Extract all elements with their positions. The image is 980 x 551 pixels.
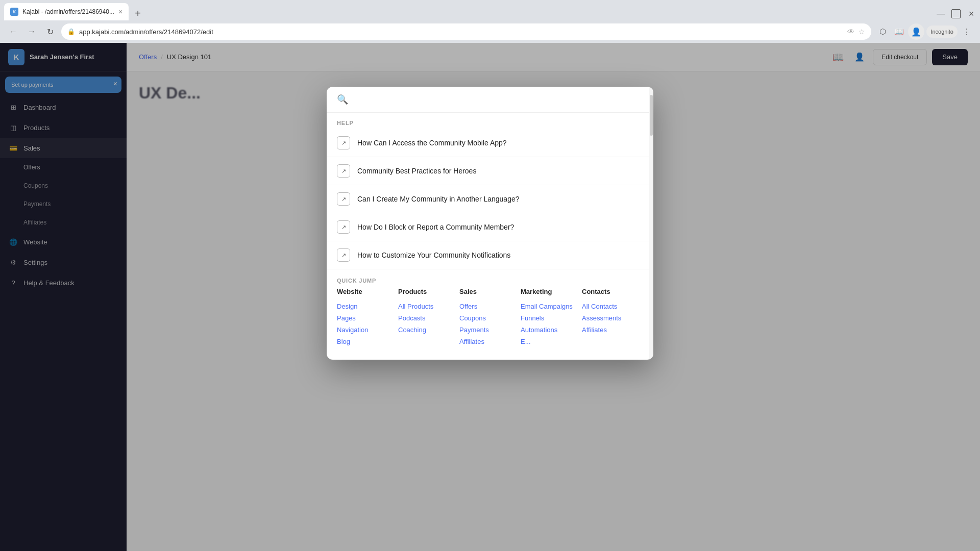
help-item-text: Community Best Practices for Heroes (357, 167, 476, 175)
scrollbar-track (649, 87, 653, 360)
quick-jump-header: Website (337, 288, 398, 295)
modal-search-icon: 🔍 (337, 94, 348, 105)
quick-jump-header: Marketing (521, 288, 582, 295)
help-item-text: Can I Create My Community in Another Lan… (357, 195, 520, 203)
quick-jump-link-all-contacts[interactable]: All Contacts (582, 300, 643, 312)
external-link-icon: ↗ (337, 248, 350, 262)
quick-jump-header: Products (398, 288, 459, 295)
quick-jump-link-offers[interactable]: Offers (459, 300, 521, 312)
bookmark-manager-icon[interactable]: 📖 (892, 24, 906, 39)
quick-jump-link-coupons[interactable]: Coupons (459, 312, 521, 324)
profile-icon[interactable]: 👤 (908, 23, 924, 40)
browser-tab[interactable]: K Kajabi - /admin/offers/21486940... × (4, 3, 129, 20)
modal-search-input[interactable] (354, 95, 643, 104)
back-button[interactable]: ← (6, 24, 20, 39)
quick-jump-link-assessments[interactable]: Assessments (582, 312, 643, 324)
quick-jump-col-products: Products All Products Podcasts Coaching (398, 288, 459, 347)
modal-scroll-area: HELP ↗ How Can I Access the Community Mo… (327, 113, 653, 360)
quick-jump-link-payments[interactable]: Payments (459, 324, 521, 336)
external-link-icon: ↗ (337, 220, 350, 234)
minimize-button[interactable]: — (936, 9, 945, 18)
bookmark-icon[interactable]: ☆ (859, 28, 865, 36)
quick-jump-link-design[interactable]: Design (337, 300, 398, 312)
help-section-label: HELP (327, 113, 653, 129)
quick-jump-link-navigation[interactable]: Navigation (337, 324, 398, 336)
help-item-text: How Can I Access the Community Mobile Ap… (357, 139, 507, 147)
quick-jump-link-blog[interactable]: Blog (337, 336, 398, 347)
incognito-badge[interactable]: Incognito (926, 26, 958, 38)
quick-jump-col-contacts: Contacts All Contacts Assessments Affili… (582, 288, 643, 347)
forward-button[interactable]: → (24, 24, 39, 39)
new-tab-button[interactable]: + (131, 6, 145, 20)
quick-jump-link-coaching[interactable]: Coaching (398, 324, 459, 336)
external-link-icon: ↗ (337, 136, 350, 149)
url-display: app.kajabi.com/admin/offers/2148694072/e… (79, 28, 843, 36)
quick-jump-header: Contacts (582, 288, 643, 295)
external-link-icon: ↗ (337, 192, 350, 206)
help-item[interactable]: ↗ How to Customize Your Community Notifi… (327, 241, 653, 269)
modal-search-bar: 🔍 (327, 87, 653, 113)
help-item-text: How to Customize Your Community Notifica… (357, 251, 510, 259)
tab-title: Kajabi - /admin/offers/21486940... (22, 8, 114, 15)
maximize-button[interactable] (951, 9, 961, 18)
more-menu-icon[interactable]: ⋮ (960, 24, 974, 39)
help-item[interactable]: ↗ How Can I Access the Community Mobile … (327, 129, 653, 157)
eye-off-icon: 👁 (847, 28, 854, 36)
quick-jump-link-podcasts[interactable]: Podcasts (398, 312, 459, 324)
quick-jump-col-marketing: Marketing Email Campaigns Funnels Automa… (521, 288, 582, 347)
quick-jump-link-contacts-affiliates[interactable]: Affiliates (582, 324, 643, 336)
scrollbar-thumb[interactable] (650, 95, 653, 136)
help-item[interactable]: ↗ How Do I Block or Report a Community M… (327, 213, 653, 241)
quick-jump-header: Sales (459, 288, 521, 295)
quick-jump-section-label: QUICK JUMP (327, 269, 653, 288)
help-item-text: How Do I Block or Report a Community Mem… (357, 223, 514, 231)
help-item[interactable]: ↗ Can I Create My Community in Another L… (327, 185, 653, 213)
quick-jump-link-email-campaigns[interactable]: Email Campaigns (521, 300, 582, 312)
quick-jump-col-sales: Sales Offers Coupons Payments Affiliates (459, 288, 521, 347)
close-button[interactable]: × (967, 9, 976, 18)
address-bar[interactable]: 🔒 app.kajabi.com/admin/offers/2148694072… (61, 23, 871, 40)
help-items-list: ↗ How Can I Access the Community Mobile … (327, 129, 653, 269)
help-modal: 🔍 HELP ↗ How Can I Access the Community … (327, 87, 653, 360)
tab-close-icon[interactable]: × (118, 8, 122, 16)
quick-jump-col-website: Website Design Pages Navigation Blog (337, 288, 398, 347)
quick-jump-link-all-products[interactable]: All Products (398, 300, 459, 312)
quick-jump-link-automations[interactable]: Automations (521, 324, 582, 336)
quick-jump-grid: Website Design Pages Navigation Blog Pro… (327, 288, 653, 360)
tab-favicon: K (10, 8, 18, 16)
quick-jump-link-funnels[interactable]: Funnels (521, 312, 582, 324)
reload-button[interactable]: ↻ (43, 24, 57, 39)
help-item[interactable]: ↗ Community Best Practices for Heroes (327, 157, 653, 185)
quick-jump-link-events[interactable]: E... (521, 336, 582, 347)
extensions-icon[interactable]: ⬡ (875, 24, 890, 39)
lock-icon: 🔒 (67, 28, 75, 35)
quick-jump-link-pages[interactable]: Pages (337, 312, 398, 324)
external-link-icon: ↗ (337, 164, 350, 178)
quick-jump-link-affiliates[interactable]: Affiliates (459, 336, 521, 347)
